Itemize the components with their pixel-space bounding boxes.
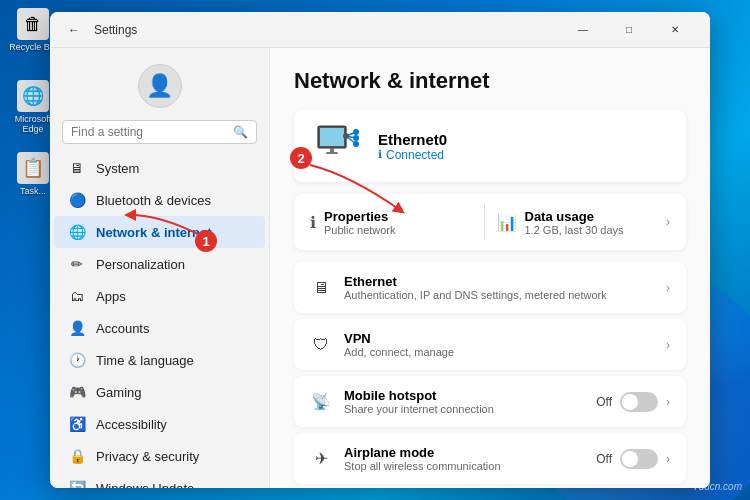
avatar[interactable]: 👤 <box>138 64 182 108</box>
sidebar-item-accessibility[interactable]: ♿ Accessibility <box>54 408 265 440</box>
ethernet-row-label: Ethernet <box>344 274 654 289</box>
data-usage-item[interactable]: 📊 Data usage 1.2 GB, last 30 days <box>497 209 659 236</box>
sidebar-item-system-label: System <box>96 161 139 176</box>
ethernet-name: Ethernet0 <box>378 131 447 148</box>
main-panel: Network & internet <box>270 48 710 488</box>
vpn-row-label: VPN <box>344 331 654 346</box>
settings-card-vpn: 🛡 VPN Add, connect, manage › <box>294 319 686 370</box>
svg-rect-1 <box>320 128 344 146</box>
gaming-icon: 🎮 <box>68 384 86 400</box>
vpn-row-text: VPN Add, connect, manage <box>344 331 654 358</box>
properties-item[interactable]: ℹ Properties Public network <box>310 209 472 236</box>
close-button[interactable]: ✕ <box>652 12 698 48</box>
apps-icon: 🗂 <box>68 288 86 304</box>
title-bar-left: ← Settings <box>62 18 137 42</box>
accounts-icon: 👤 <box>68 320 86 336</box>
sidebar-item-privacy-label: Privacy & security <box>96 449 199 464</box>
sidebar-item-personalization[interactable]: ✏ Personalization <box>54 248 265 280</box>
sidebar-item-apps-label: Apps <box>96 289 126 304</box>
window-body: 👤 🔍 🖥 System 🔵 Bluetooth & devices 🌐 Net… <box>50 48 710 488</box>
hotspot-row-right: Off › <box>596 392 670 412</box>
vpn-row-icon: 🛡 <box>310 336 332 354</box>
recycle-bin-icon: 🗑 <box>17 8 49 40</box>
vpn-row-right: › <box>666 338 670 352</box>
properties-label: Properties <box>324 209 396 224</box>
ethernet-graphic <box>310 124 364 168</box>
svg-point-9 <box>353 141 359 147</box>
sidebar-item-windows-update-label: Windows Update <box>96 481 194 489</box>
hotspot-row-sub: Share your internet connection <box>344 403 584 415</box>
bluetooth-icon: 🔵 <box>68 192 86 208</box>
personalization-icon: ✏ <box>68 256 86 272</box>
sidebar-item-time-label: Time & language <box>96 353 194 368</box>
svg-point-10 <box>343 133 349 139</box>
airplane-row-icon: ✈ <box>310 449 332 468</box>
properties-text: Properties Public network <box>324 209 396 236</box>
hotspot-row-icon: 📡 <box>310 392 332 411</box>
sidebar-item-network[interactable]: 🌐 Network & internet <box>54 216 265 248</box>
sidebar-item-accessibility-label: Accessibility <box>96 417 167 432</box>
airplane-toggle[interactable] <box>620 449 658 469</box>
sidebar-item-accounts[interactable]: 👤 Accounts <box>54 312 265 344</box>
sidebar-item-system[interactable]: 🖥 System <box>54 152 265 184</box>
vpn-chevron: › <box>666 338 670 352</box>
airplane-chevron: › <box>666 452 670 466</box>
data-usage-chevron: › <box>666 215 670 229</box>
back-button[interactable]: ← <box>62 18 86 42</box>
ethernet-row-icon: 🖥 <box>310 279 332 297</box>
badge-1: 1 <box>195 230 217 252</box>
sidebar-item-bluetooth[interactable]: 🔵 Bluetooth & devices <box>54 184 265 216</box>
privacy-icon: 🔒 <box>68 448 86 464</box>
sidebar-item-windows-update[interactable]: 🔄 Windows Update <box>54 472 265 488</box>
hotspot-toggle[interactable] <box>620 392 658 412</box>
sidebar-item-apps[interactable]: 🗂 Apps <box>54 280 265 312</box>
watermark: Yuucn.com <box>692 481 742 492</box>
settings-row-ethernet[interactable]: 🖥 Ethernet Authentication, IP and DNS se… <box>294 262 686 313</box>
user-avatar-container: 👤 <box>50 48 269 120</box>
vpn-row-sub: Add, connect, manage <box>344 346 654 358</box>
sidebar-item-time[interactable]: 🕐 Time & language <box>54 344 265 376</box>
data-usage-text: Data usage 1.2 GB, last 30 days <box>525 209 624 236</box>
airplane-row-text: Airplane mode Stop all wireless communic… <box>344 445 584 472</box>
properties-data-usage-row[interactable]: ℹ Properties Public network 📊 Data usage… <box>294 194 686 250</box>
search-box[interactable]: 🔍 <box>62 120 257 144</box>
sidebar-item-gaming[interactable]: 🎮 Gaming <box>54 376 265 408</box>
sidebar-item-gaming-label: Gaming <box>96 385 142 400</box>
airplane-row-label: Airplane mode <box>344 445 584 460</box>
properties-sub: Public network <box>324 224 396 236</box>
properties-icon: ℹ <box>310 213 316 232</box>
system-icon: 🖥 <box>68 160 86 176</box>
title-bar: ← Settings — □ ✕ <box>50 12 710 48</box>
settings-window: ← Settings — □ ✕ 👤 🔍 🖥 System 🔵 <box>50 12 710 488</box>
maximize-button[interactable]: □ <box>606 12 652 48</box>
sidebar-item-personalization-label: Personalization <box>96 257 185 272</box>
task-label: Task... <box>20 186 46 196</box>
ethernet-row-sub: Authentication, IP and DNS settings, met… <box>344 289 654 301</box>
sidebar-item-accounts-label: Accounts <box>96 321 149 336</box>
minimize-button[interactable]: — <box>560 12 606 48</box>
accessibility-icon: ♿ <box>68 416 86 432</box>
task-icon: 📋 <box>17 152 49 184</box>
search-input[interactable] <box>71 125 233 139</box>
svg-point-7 <box>353 129 359 135</box>
network-icon: 🌐 <box>68 224 86 240</box>
ethernet-row-right: › <box>666 281 670 295</box>
settings-row-hotspot[interactable]: 📡 Mobile hotspot Share your internet con… <box>294 376 686 427</box>
annotation-badge-1: 1 <box>195 230 217 252</box>
svg-point-8 <box>353 135 359 141</box>
sidebar-item-privacy[interactable]: 🔒 Privacy & security <box>54 440 265 472</box>
ethernet-card[interactable]: Ethernet0 Connected <box>294 110 686 182</box>
settings-row-vpn[interactable]: 🛡 VPN Add, connect, manage › <box>294 319 686 370</box>
data-usage-icon: 📊 <box>497 213 517 232</box>
data-usage-sub: 1.2 GB, last 30 days <box>525 224 624 236</box>
sidebar: 👤 🔍 🖥 System 🔵 Bluetooth & devices 🌐 Net… <box>50 48 270 488</box>
ethernet-info: Ethernet0 Connected <box>378 131 447 162</box>
ethernet-status: Connected <box>378 148 447 162</box>
settings-row-airplane[interactable]: ✈ Airplane mode Stop all wireless commun… <box>294 433 686 484</box>
ethernet-chevron: › <box>666 281 670 295</box>
data-usage-label: Data usage <box>525 209 624 224</box>
page-title: Network & internet <box>294 68 686 94</box>
search-icon: 🔍 <box>233 125 248 139</box>
edge-icon: 🌐 <box>17 80 49 112</box>
hotspot-toggle-label: Off <box>596 395 612 409</box>
